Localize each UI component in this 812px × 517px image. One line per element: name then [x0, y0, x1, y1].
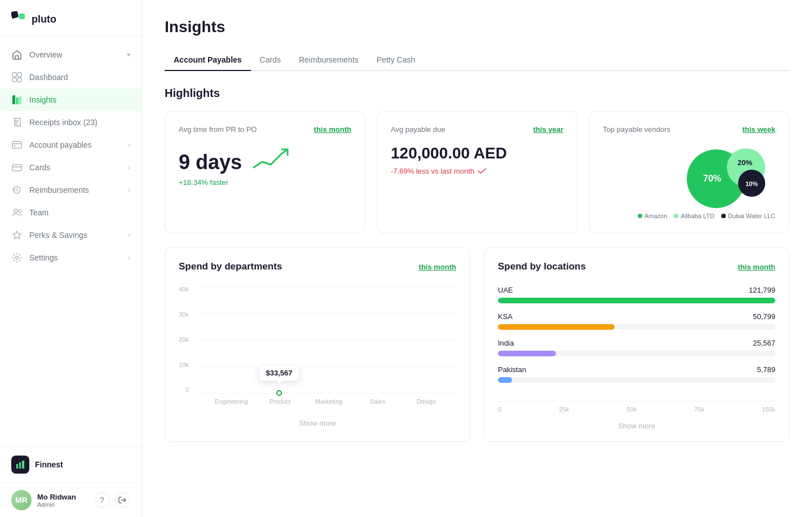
h-bar-pakistan: Pakistan 5,789	[498, 365, 775, 383]
highlight-title-2: Avg payable due	[391, 125, 445, 134]
sidebar-item-reimbursements[interactable]: Reimbursements ›	[0, 179, 142, 201]
svg-text:10%: 10%	[745, 180, 758, 187]
user-role: Admin	[37, 501, 89, 508]
sidebar-item-label-payables: Account payables	[29, 140, 121, 149]
svg-rect-20	[16, 464, 18, 469]
sidebar-item-account-payables[interactable]: Account payables ›	[0, 134, 142, 156]
team-icon	[11, 207, 23, 218]
pie-legend: Amazon Alibaba LTD Dubai Water LLC	[638, 213, 775, 219]
chevron-right-icon: ›	[128, 141, 130, 149]
sidebar-item-label-dashboard: Dashboard	[29, 73, 130, 82]
app-name: pluto	[32, 14, 56, 25]
h-bar-value-uae: 121,799	[749, 286, 775, 294]
x-label-marketing: Marketing	[304, 393, 353, 410]
help-button[interactable]: ?	[94, 492, 110, 508]
svg-rect-7	[16, 98, 19, 104]
highlight-card-header-3: Top payable vendors this week	[603, 125, 775, 134]
highlight-value-2: 120,000.00 AED	[391, 145, 563, 162]
insights-icon	[11, 94, 23, 105]
h-bar-fill-ksa	[498, 324, 615, 330]
bar-chart-y-labels: 40k 30k 20k 10k 0	[179, 286, 193, 393]
h-bar-label-uae: UAE	[498, 286, 513, 294]
svg-rect-4	[12, 78, 16, 82]
receipt-icon	[11, 117, 23, 128]
svg-text:20%: 20%	[738, 158, 752, 167]
sidebar-item-label-insights: Insights	[29, 95, 130, 104]
sidebar-item-label-overview: Overview	[29, 50, 120, 59]
card-icon	[11, 162, 23, 173]
tab-petty-cash[interactable]: Petty Cash	[368, 50, 424, 71]
chart-locations-header: Spend by locations this month	[498, 261, 775, 272]
avatar-initials: MR	[11, 490, 32, 510]
user-name: Mo Ridwan	[37, 493, 89, 501]
company-icon	[11, 456, 29, 474]
svg-rect-3	[17, 73, 21, 77]
h-bar-track-ksa	[498, 324, 775, 330]
svg-rect-1	[19, 14, 25, 19]
sidebar-item-receipts[interactable]: Receipts inbox (23)	[0, 111, 142, 134]
chevron-right-icon-cards: ›	[128, 164, 130, 171]
sidebar-item-label-cards: Cards	[29, 163, 121, 172]
h-bar-value-ksa: 50,799	[753, 312, 775, 321]
sidebar-item-label-reimbursements: Reimbursements	[29, 185, 121, 195]
highlight-period-3[interactable]: this week	[742, 125, 775, 134]
sidebar-item-perks[interactable]: Perks & Savings ›	[0, 224, 142, 246]
chart-departments-header: Spend by departments this month	[179, 261, 456, 272]
highlight-title-1: Avg time from PR to PO	[179, 125, 257, 134]
svg-rect-2	[12, 73, 16, 77]
sidebar-item-label-team: Team	[29, 208, 130, 217]
highlight-period-2[interactable]: this year	[533, 125, 563, 134]
svg-rect-22	[22, 461, 24, 469]
sidebar-item-overview[interactable]: Overview ▾	[0, 43, 142, 66]
svg-rect-12	[12, 142, 21, 148]
main-content: Insights Account Payables Cards Reimburs…	[142, 0, 812, 517]
checkmark-icon	[478, 167, 487, 174]
pie-dot-dubai	[721, 214, 726, 218]
logout-button[interactable]	[114, 492, 130, 508]
h-bar-x-axis: 0 25k 50k 75k 150k	[498, 401, 775, 413]
show-more-departments[interactable]: Show more	[179, 410, 456, 430]
pie-legend-amazon: Amazon	[638, 213, 667, 219]
h-bar-label-pakistan: Pakistan	[498, 365, 526, 374]
sidebar-item-dashboard[interactable]: Dashboard	[0, 66, 142, 89]
svg-rect-15	[12, 165, 21, 171]
x-label-design: Design	[402, 393, 451, 410]
pie-dot-amazon	[638, 214, 642, 218]
star-icon	[11, 229, 23, 241]
highlight-title-3: Top payable vendors	[603, 125, 670, 134]
tabs: Account Payables Cards Reimbursements Pe…	[165, 50, 789, 71]
home-icon	[11, 49, 23, 60]
h-bar-track-india	[498, 351, 775, 356]
h-bar-list: UAE 121,799 KSA 50,799	[498, 286, 775, 413]
show-more-locations[interactable]: Show more	[498, 413, 775, 432]
sidebar-item-cards[interactable]: Cards ›	[0, 156, 142, 179]
h-bar-fill-pakistan	[498, 377, 512, 383]
h-bar-fill-uae	[498, 298, 775, 303]
h-bar-label-ksa: KSA	[498, 312, 513, 321]
chart-departments-title: Spend by departments	[179, 261, 282, 272]
highlight-card-avg-payable: Avg payable due this year 120,000.00 AED…	[377, 111, 577, 233]
sidebar-item-team[interactable]: Team	[0, 201, 142, 224]
sidebar-item-settings[interactable]: Settings ›	[0, 246, 142, 269]
chevron-right-icon-perks: ›	[128, 231, 130, 239]
user-section: MR Mo Ridwan Admin ?	[0, 483, 142, 517]
bar-chart-area: 40k 30k 20k 10k 0	[179, 286, 456, 410]
chevron-right-icon-settings: ›	[128, 254, 130, 262]
highlight-period-1[interactable]: this month	[314, 125, 351, 134]
tab-cards[interactable]: Cards	[251, 50, 290, 71]
sidebar-item-insights[interactable]: Insights	[0, 89, 142, 111]
tab-account-payables[interactable]: Account Payables	[165, 50, 251, 71]
page-title: Insights	[165, 18, 789, 36]
chart-departments-period[interactable]: this month	[419, 263, 456, 271]
reimburse-icon	[11, 184, 23, 196]
sidebar-nav: Overview ▾ Dashboard	[0, 37, 142, 446]
tab-reimbursements[interactable]: Reimbursements	[290, 50, 368, 71]
user-info: Mo Ridwan Admin	[37, 493, 89, 508]
pie-legend-dubai: Dubai Water LLC	[721, 213, 775, 219]
company-section: Finnest	[0, 446, 142, 483]
sidebar-item-label-perks: Perks & Savings	[29, 231, 121, 240]
h-bar-ksa: KSA 50,799	[498, 312, 775, 330]
h-bar-india: India 25,567	[498, 339, 775, 356]
chart-locations-period[interactable]: this month	[738, 263, 775, 271]
avatar: MR	[11, 490, 32, 510]
